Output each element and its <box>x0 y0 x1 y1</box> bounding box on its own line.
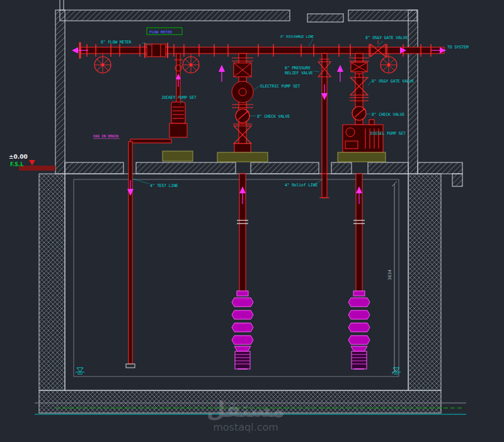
label-test-line: 4" TEST LINE <box>150 183 178 188</box>
label-osy-gate-valve-diesel: 8" OS&Y GATE VALVE <box>372 79 414 84</box>
jockey-motor <box>171 102 185 123</box>
diesel-engine <box>343 120 383 152</box>
flow-arrows <box>72 47 446 204</box>
jockey-suction-pipe <box>130 139 171 143</box>
ceiling-beam <box>307 14 343 22</box>
grade-strip <box>19 166 55 171</box>
label-osy-gate-valve-top: 8" OS&Y GATE VALVE <box>365 35 408 40</box>
ceiling-slab-right <box>348 10 417 21</box>
floor-slab-segment <box>251 162 319 174</box>
floor-slab-segment <box>368 162 408 174</box>
header-pipe <box>81 47 444 54</box>
watermark-url: mostaql.com <box>213 421 278 433</box>
electric-discharge-head <box>234 144 251 152</box>
floor-slab-lip <box>452 174 462 186</box>
test-line-foot <box>126 364 135 368</box>
electric-turbine-bowls <box>232 291 253 369</box>
relief-tail-pipe <box>322 174 327 198</box>
watermark-arabic: مستقل <box>207 397 285 422</box>
label-to-system: TO SYSTEM <box>447 45 469 50</box>
water-level-symbol <box>392 368 401 374</box>
electric-base-plate <box>217 152 268 162</box>
electric-check-valve <box>236 109 249 123</box>
water-level-symbol <box>76 368 84 374</box>
label-ground-level: ±0.00 <box>9 154 28 160</box>
test-line <box>126 142 135 368</box>
tank-wall-right <box>408 174 441 390</box>
discharge-header <box>80 40 444 73</box>
label-fsl: F.S.L <box>10 162 23 167</box>
jockey-pump-body <box>169 123 187 137</box>
label-depth-dimension: 3634 <box>387 269 392 280</box>
label-check-valve-electric: 8" CHECK VALVE <box>257 114 290 119</box>
electric-volute <box>232 81 253 103</box>
electric-pump-set <box>217 54 268 369</box>
diesel-turbine-bowls <box>348 291 370 369</box>
cad-drawing-canvas: FLOW METER 8" FLOW METER 8" DISCHARGE LI… <box>0 0 504 442</box>
flow-meter-tag-label: FLOW METER <box>149 30 173 34</box>
butterfly-valve-handwheel <box>381 57 397 73</box>
floor-slab-segment <box>331 162 352 174</box>
label-diesel-pump-set: DIESEL PUMP SET <box>370 131 406 136</box>
butterfly-valve-handwheel <box>183 57 199 73</box>
flow-meter <box>145 43 168 58</box>
label-jockey-pump-set: JOCKEY PUMP SET <box>161 95 197 100</box>
floor-slab-right-extension <box>418 162 462 174</box>
label-electric-pump-set: ELECTRIC PUMP SET <box>260 84 300 89</box>
fsl-marker-triangle <box>29 160 35 166</box>
diesel-check-valve <box>352 106 366 120</box>
pump-room-section-drawing: FLOW METER 8" FLOW METER 8" DISCHARGE LI… <box>0 0 504 442</box>
ceiling-slab-left <box>60 10 290 21</box>
diesel-pump-set <box>338 54 386 369</box>
depth-dimension <box>392 181 397 374</box>
jockey-base-plate <box>163 151 193 161</box>
left-wall <box>55 10 65 174</box>
test-line-pipe <box>129 142 132 364</box>
label-pressure-relief-1: 6" PRESSURE <box>285 65 311 71</box>
pressure-relief-line <box>318 54 331 198</box>
jockey-pump-set <box>130 54 193 161</box>
label-flow-meter: 8" FLOW METER <box>101 40 132 45</box>
label-drain-line: 600 IN DRAIN <box>93 134 118 138</box>
diesel-base-plate <box>338 152 386 162</box>
tank-wall-left <box>39 174 65 390</box>
label-check-valve-diesel: 8" CHECK VALVE <box>372 112 404 117</box>
label-pressure-relief-2: RELIEF VALVE <box>285 71 313 76</box>
butterfly-valve-handwheel <box>94 57 111 73</box>
floor-slab-segment <box>65 162 123 174</box>
label-relief-line: 4" Relief LINE <box>285 183 318 188</box>
floor-slab-segment <box>136 162 236 174</box>
right-wall <box>408 10 418 174</box>
label-discharge-line: 8" DISCHARGE LINE <box>280 35 314 38</box>
watermark: مستقل mostaql.com <box>207 397 285 433</box>
